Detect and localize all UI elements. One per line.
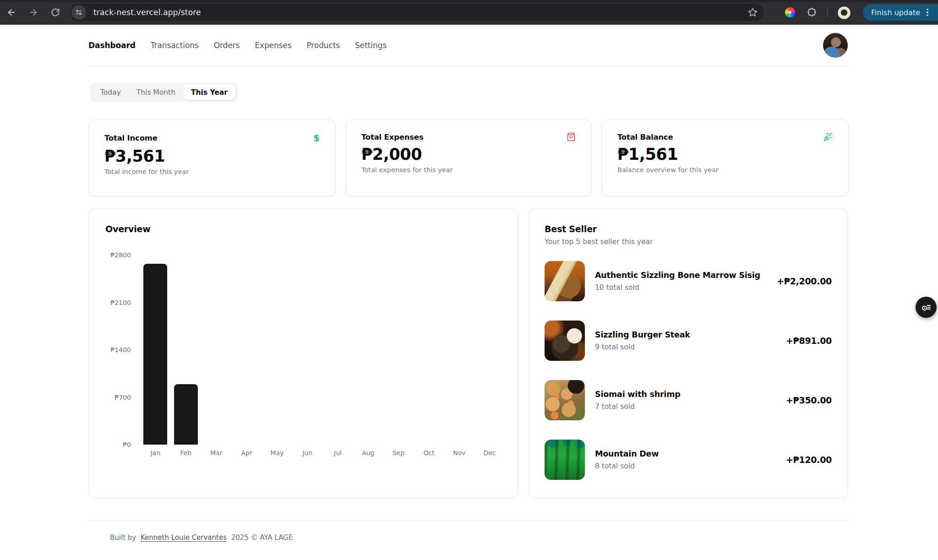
product-sold-count: 7 total sold	[595, 402, 681, 411]
nav-items: DashboardTransactionsOrdersExpensesProdu…	[88, 41, 402, 50]
floating-toolbar-button[interactable]	[916, 297, 937, 318]
chart-bar-jan	[143, 264, 167, 445]
product-name: Sizzling Burger Steak	[595, 330, 690, 339]
stat-subtitle: Total income for this year	[104, 168, 320, 175]
footer-suffix: 2025 © AYA LAGE	[231, 533, 293, 542]
x-axis-tick: May	[262, 449, 292, 457]
product-amount: +₱120.00	[786, 455, 832, 465]
product-name: Siomai with shrimp	[595, 390, 681, 399]
extensions-puzzle-button[interactable]	[806, 7, 817, 18]
forward-icon	[28, 7, 38, 17]
menu-dots-icon[interactable]	[927, 9, 928, 16]
x-axis-tick: Mar	[201, 449, 232, 457]
overview-card: Overview JanFebMarAprMayJunJulAugSepOctN…	[88, 208, 518, 498]
forward-button[interactable]	[26, 5, 41, 20]
x-axis-tick: Feb	[170, 449, 201, 457]
back-button[interactable]	[4, 5, 19, 20]
product-amount: +₱350.00	[786, 395, 832, 405]
reload-button[interactable]	[48, 5, 63, 20]
tab-this-month[interactable]: This Month	[129, 85, 183, 100]
y-axis-tick: ₱1400	[105, 346, 131, 353]
footer: Built by Kenneth Louie Cervantes 2025 © …	[88, 520, 850, 542]
x-axis-tick: Oct	[414, 449, 444, 457]
x-axis-tick: Dec	[474, 449, 505, 457]
nav-item-settings[interactable]: Settings	[355, 41, 387, 50]
footer-author-link[interactable]: Kenneth Louie Cervantes	[141, 533, 227, 542]
product-sold-count: 8 total sold	[595, 462, 659, 470]
best-seller-item: Authentic Sizzling Bone Marrow Sisig 10 …	[545, 261, 832, 301]
bookmark-star-button[interactable]	[748, 8, 758, 17]
product-amount: +₱891.00	[786, 336, 832, 346]
best-seller-item: Siomai with shrimp 7 total sold +₱350.00	[545, 380, 832, 420]
product-sold-count: 10 total sold	[595, 283, 760, 292]
product-name: Mountain Dew	[595, 449, 659, 458]
product-image	[545, 261, 585, 301]
best-seller-title: Best Seller	[545, 224, 832, 234]
stat-subtitle: Total expenses for this year	[361, 166, 576, 174]
store-dashboard-page: DashboardTransactionsOrdersExpensesProdu…	[0, 25, 938, 560]
best-seller-item: Sizzling Burger Steak 9 total sold +₱891…	[545, 321, 832, 361]
nav-item-products[interactable]: Products	[306, 41, 340, 50]
dollar-icon: $	[313, 132, 320, 143]
site-info-tune-icon	[75, 8, 83, 16]
stat-title: Total Expenses	[361, 133, 424, 141]
stat-title: Total Income	[104, 134, 158, 142]
stat-card: Total Balance ₱1,561 Balance overview fo…	[601, 120, 849, 196]
overview-title: Overview	[105, 224, 501, 234]
x-axis-tick: Aug	[353, 449, 383, 457]
finish-update-button[interactable]: Finish update	[863, 4, 938, 21]
product-image	[545, 380, 585, 420]
address-bar[interactable]: track-nest.vercel.app/store	[70, 4, 764, 21]
nav-item-orders[interactable]: Orders	[214, 41, 240, 50]
browser-toolbar: track-nest.vercel.app/store Finish updat…	[0, 0, 938, 25]
tab-this-year[interactable]: This Year	[183, 85, 235, 100]
toolbar-separator	[827, 8, 828, 17]
nav-item-expenses[interactable]: Expenses	[255, 41, 291, 50]
x-axis-tick: Apr	[231, 449, 262, 457]
stat-value: ₱3,561	[104, 147, 320, 165]
best-seller-list: Authentic Sizzling Bone Marrow Sisig 10 …	[545, 261, 832, 480]
x-axis-tick: Sep	[383, 449, 414, 457]
extension-colorwheel-icon[interactable]	[785, 7, 795, 17]
y-axis-tick: ₱2800	[105, 251, 131, 259]
y-axis-tick: ₱0	[105, 441, 131, 448]
nav-item-transactions[interactable]: Transactions	[151, 41, 199, 50]
x-axis-tick: Jun	[292, 449, 323, 457]
product-name: Authentic Sizzling Bone Marrow Sisig	[595, 271, 760, 280]
product-image	[545, 440, 585, 480]
reload-icon	[51, 8, 60, 17]
stat-value: ₱1,561	[617, 145, 833, 163]
period-tabs: TodayThis MonthThis Year	[90, 82, 238, 102]
nav-item-dashboard[interactable]: Dashboard	[88, 41, 136, 50]
overview-bar-chart: JanFebMarAprMayJunJulAugSepOctNovDec ₱28…	[105, 255, 501, 462]
stat-title: Total Balance	[617, 133, 673, 141]
product-image	[545, 321, 585, 361]
browser-profile-avatar[interactable]	[837, 6, 851, 20]
url-text: track-nest.vercel.app/store	[93, 8, 201, 17]
x-axis-tick: Jan	[140, 449, 171, 457]
footer-prefix: Built by	[110, 533, 136, 542]
shopping-bag-icon	[567, 132, 576, 141]
y-axis-tick: ₱2100	[105, 299, 131, 306]
main-nav: DashboardTransactionsOrdersExpensesProdu…	[88, 25, 850, 66]
chart-bar-feb	[174, 384, 198, 445]
stat-card: Total Expenses ₱2,000 Total expenses for…	[345, 120, 592, 196]
stat-cards-row: Total Income $ ₱3,561 Total income for t…	[88, 120, 850, 196]
party-popper-icon	[823, 132, 833, 141]
x-axis-tick: Jul	[322, 449, 353, 457]
finish-update-label: Finish update	[871, 8, 920, 17]
user-avatar[interactable]	[823, 33, 848, 58]
stat-subtitle: Balance overview for this year	[617, 166, 833, 174]
stat-card: Total Income $ ₱3,561 Total income for t…	[88, 120, 336, 196]
y-axis-tick: ₱700	[105, 394, 131, 401]
best-seller-subtitle: Your top 5 best seller this year	[545, 238, 832, 246]
tab-today[interactable]: Today	[93, 85, 129, 100]
back-icon	[6, 7, 16, 17]
product-sold-count: 9 total sold	[595, 343, 690, 351]
chart-plot: JanFebMarAprMayJunJulAugSepOctNovDec	[140, 255, 505, 445]
x-axis-tick: Nov	[444, 449, 474, 457]
product-amount: +₱2,200.00	[777, 276, 832, 286]
site-info-button[interactable]	[71, 5, 86, 20]
stat-value: ₱2,000	[361, 145, 576, 163]
best-seller-card: Best Seller Your top 5 best seller this …	[529, 208, 848, 498]
